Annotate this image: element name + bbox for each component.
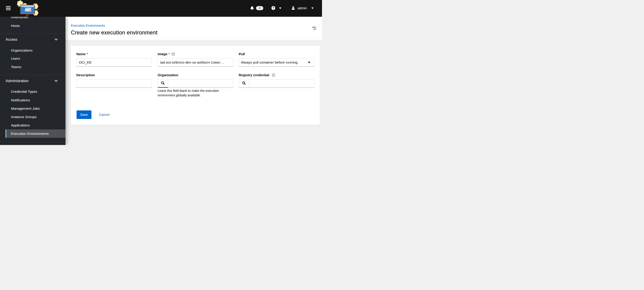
svg-text:?: ? (272, 6, 274, 10)
svg-text:?: ? (172, 53, 174, 55)
svg-text:?: ? (273, 74, 274, 76)
svg-text:AWX: AWX (25, 7, 31, 12)
